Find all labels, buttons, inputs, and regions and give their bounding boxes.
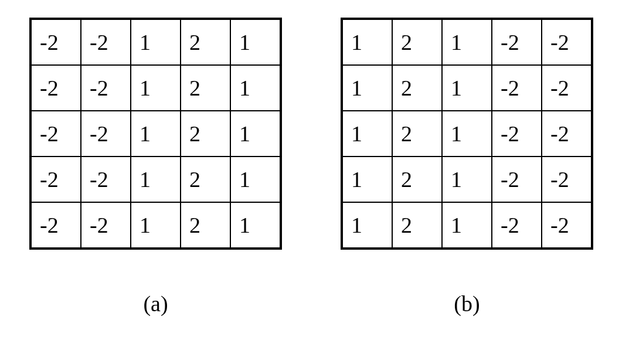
- matrix-b-cell: 1: [442, 157, 492, 202]
- matrix-b-cell: 1: [342, 65, 392, 111]
- matrix-b-cell: -2: [492, 202, 542, 248]
- matrix-a-cell: 1: [131, 202, 181, 248]
- matrix-a-cell: 1: [131, 157, 181, 202]
- matrix-b-cell: 1: [442, 19, 492, 65]
- matrix-b-cell: 1: [342, 19, 392, 65]
- matrix-a-cell: -2: [31, 157, 81, 202]
- matrix-b-cell: -2: [492, 111, 542, 157]
- matrix-a-cell: 2: [181, 19, 230, 65]
- matrix-b-cell: 1: [342, 202, 392, 248]
- caption-a: (a): [143, 291, 168, 317]
- matrix-block-a: -2 -2 1 2 1 -2 -2 1 2 1 -2 -2 1 2 1 -2 -…: [29, 18, 282, 317]
- matrix-b-cell: 2: [392, 19, 442, 65]
- matrix-a-cell: 2: [181, 111, 230, 157]
- matrix-a-cell: 1: [230, 157, 280, 202]
- matrix-a-cell: -2: [81, 157, 131, 202]
- matrix-b-cell: 2: [392, 202, 442, 248]
- matrix-a-cell: 2: [181, 65, 230, 111]
- matrix-b-cell: -2: [542, 19, 591, 65]
- matrix-a-cell: -2: [31, 19, 81, 65]
- matrix-a-cell: 2: [181, 202, 230, 248]
- matrix-b-cell: -2: [542, 111, 591, 157]
- matrix-b-cell: 2: [392, 157, 442, 202]
- matrix-a-cell: 1: [230, 65, 280, 111]
- matrix-b-cell: 1: [442, 65, 492, 111]
- matrix-b-cell: -2: [542, 157, 591, 202]
- matrix-block-b: 1 2 1 -2 -2 1 2 1 -2 -2 1 2 1 -2 -2 1 2 …: [341, 18, 593, 317]
- matrix-a-cell: -2: [31, 111, 81, 157]
- matrix-container: -2 -2 1 2 1 -2 -2 1 2 1 -2 -2 1 2 1 -2 -…: [0, 0, 629, 317]
- matrix-a-cell: -2: [81, 65, 131, 111]
- matrix-b-cell: 1: [342, 157, 392, 202]
- matrix-a-cell: -2: [31, 65, 81, 111]
- matrix-b-cell: -2: [542, 202, 591, 248]
- matrix-b: 1 2 1 -2 -2 1 2 1 -2 -2 1 2 1 -2 -2 1 2 …: [341, 18, 593, 250]
- matrix-b-cell: -2: [492, 19, 542, 65]
- matrix-a-cell: 1: [230, 19, 280, 65]
- matrix-a-cell: -2: [31, 202, 81, 248]
- matrix-b-cell: 1: [442, 202, 492, 248]
- matrix-b-cell: 1: [442, 111, 492, 157]
- matrix-a-cell: -2: [81, 202, 131, 248]
- matrix-b-cell: -2: [492, 65, 542, 111]
- matrix-a-cell: 2: [181, 157, 230, 202]
- matrix-a-cell: 1: [230, 111, 280, 157]
- matrix-b-cell: 2: [392, 65, 442, 111]
- matrix-a-cell: -2: [81, 111, 131, 157]
- matrix-a-cell: -2: [81, 19, 131, 65]
- matrix-a-cell: 1: [131, 19, 181, 65]
- matrix-b-cell: -2: [542, 65, 591, 111]
- matrix-b-cell: 1: [342, 111, 392, 157]
- matrix-a: -2 -2 1 2 1 -2 -2 1 2 1 -2 -2 1 2 1 -2 -…: [29, 18, 282, 250]
- matrix-b-cell: -2: [492, 157, 542, 202]
- caption-b: (b): [454, 291, 480, 317]
- matrix-a-cell: 1: [131, 65, 181, 111]
- matrix-a-cell: 1: [230, 202, 280, 248]
- matrix-b-cell: 2: [392, 111, 442, 157]
- matrix-a-cell: 1: [131, 111, 181, 157]
